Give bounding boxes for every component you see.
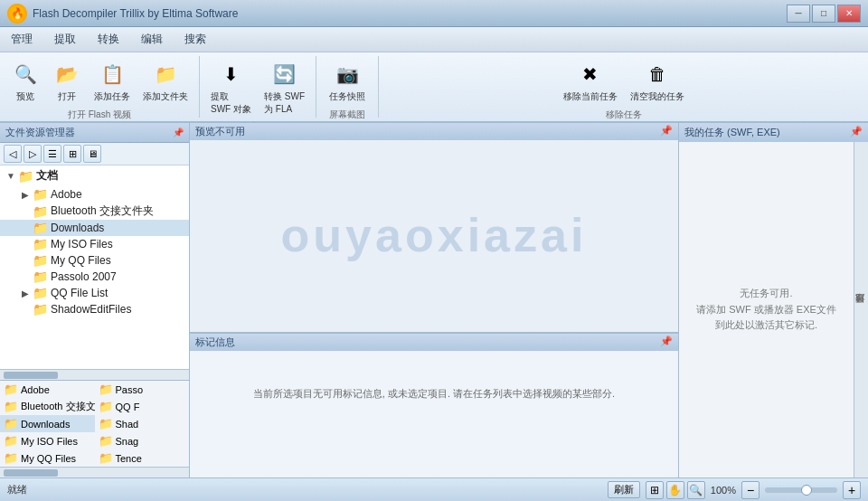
- adobe-folder-icon: 📁: [33, 187, 48, 202]
- tree-root[interactable]: ▼ 📁 文档: [0, 165, 189, 186]
- bottom-item-passo[interactable]: 📁Passo: [95, 381, 190, 398]
- tree-hscroll[interactable]: [0, 369, 189, 380]
- toolbar-screenshot-buttons: 📷 任务快照: [322, 56, 373, 107]
- bottom-grid: 📁Adobe 📁Passo 📁Bluetooth 交接文件夹 📁QQ F 📁Do…: [0, 381, 189, 467]
- add-task-button[interactable]: 📋 添加任务: [89, 56, 136, 107]
- tree-label-adobe: Adobe: [51, 188, 82, 201]
- app-icon: 🔥: [7, 4, 27, 24]
- tree-label-myiso: My ISO Files: [51, 238, 113, 250]
- tree-item-downloads[interactable]: 📁 Downloads: [0, 220, 189, 236]
- bottom-hscroll-thumb[interactable]: [4, 469, 58, 477]
- menu-search[interactable]: 搜索: [174, 28, 217, 51]
- preview-button[interactable]: 🔍 预览: [5, 56, 45, 107]
- tree-label-downloads: Downloads: [51, 222, 104, 234]
- tree-item-passolo[interactable]: 📁 Passolo 2007: [0, 269, 189, 285]
- close-button[interactable]: ✕: [837, 5, 861, 23]
- refresh-button[interactable]: 刷新: [608, 481, 640, 498]
- menu-edit[interactable]: 编辑: [130, 28, 174, 51]
- bottom-item-qqf[interactable]: 📁QQ F: [95, 398, 190, 415]
- bottom-item-downloads2[interactable]: 📁Downloads: [0, 415, 95, 432]
- window-title: Flash Decompiler Trillix by Eltima Softw…: [33, 7, 238, 20]
- grid-view-button[interactable]: ⊞: [646, 481, 664, 499]
- zoom-plus-button[interactable]: +: [843, 481, 861, 499]
- preview-header: 预览不可用 📌: [190, 123, 678, 140]
- file-panel-pin[interactable]: 📌: [173, 128, 184, 137]
- expand-qqfile[interactable]: ▶: [18, 288, 33, 298]
- toolbar-group-open-label: 打开 Flash 视频: [68, 109, 131, 123]
- pt-forward[interactable]: ▷: [24, 145, 42, 163]
- tree-item-myiso[interactable]: 📁 My ISO Files: [0, 236, 189, 252]
- docs-icon: 📁: [18, 169, 33, 184]
- tree-item-adobe[interactable]: ▶ 📁 Adobe: [0, 186, 189, 203]
- expand-adobe[interactable]: ▶: [18, 190, 33, 200]
- toolbar-group-screenshot-label: 屏幕截图: [329, 109, 365, 123]
- bi-passo-icon: 📁: [99, 383, 113, 396]
- bottom-item-snag[interactable]: 📁Snag: [95, 432, 190, 449]
- tree-item-qqfile[interactable]: ▶ 📁 QQ File List: [0, 285, 189, 301]
- toolbar-group-quick: ⬇ 提取SWF 对象 🔄 转换 SWF为 FLA 快速动作: [200, 56, 316, 118]
- zoom-tool-button[interactable]: 🔍: [687, 481, 705, 499]
- mark-header: 标记信息 📌: [190, 334, 678, 351]
- file-tree[interactable]: ▼ 📁 文档 ▶ 📁 Adobe 📁 Bluetooth 交接文件夹 📁 Dow…: [0, 165, 189, 369]
- minimize-button[interactable]: ─: [787, 5, 810, 23]
- title-bar-left: 🔥 Flash Decompiler Trillix by Eltima Sof…: [7, 4, 238, 24]
- bottom-hscroll[interactable]: [0, 467, 189, 477]
- toolbar-group-screenshot: 📷 任务快照 屏幕截图: [316, 56, 379, 118]
- menu-bar: 管理 提取 转换 编辑 搜索: [0, 27, 868, 52]
- preview-title: 预览不可用: [195, 125, 245, 138]
- tree-hscroll-thumb[interactable]: [4, 372, 58, 379]
- extract-swf-button[interactable]: ⬇ 提取SWF 对象: [205, 56, 257, 119]
- mark-pane: 标记信息 📌 当前所选项目无可用标记信息, 或未选定项目. 请在任务列表中选择视…: [190, 333, 678, 477]
- zoom-minus-button[interactable]: −: [741, 481, 760, 499]
- status-text: 就绪: [7, 483, 27, 496]
- bottom-item-myiso2[interactable]: 📁My ISO Files: [0, 432, 95, 449]
- zoom-slider[interactable]: [765, 487, 837, 493]
- menu-convert[interactable]: 转换: [87, 28, 130, 51]
- expand-root[interactable]: ▼: [4, 171, 18, 181]
- right-panel-scroll-label: 过滤顺序: [852, 305, 868, 316]
- right-panel-pin: 📌: [850, 126, 863, 139]
- bi-downloads-icon: 📁: [4, 417, 18, 430]
- menu-manage[interactable]: 管理: [0, 28, 43, 51]
- passolo-folder-icon: 📁: [33, 269, 48, 284]
- tree-label-qqfile: QQ File List: [51, 287, 108, 299]
- hand-tool-button[interactable]: ✋: [666, 481, 684, 499]
- main-area: 文件资源管理器 📌 ◁ ▷ ☰ ⊞ 🖥 ▼ 📁 文档 ▶ 📁 Adobe: [0, 123, 868, 477]
- bluetooth-folder-icon: 📁: [33, 204, 48, 219]
- pt-back[interactable]: ◁: [4, 145, 22, 163]
- right-panel-body: 无任务可用. 请添加 SWF 或播放器 EXE文件 到此处以激活其它标记. 过滤…: [679, 142, 868, 477]
- mark-title: 标记信息: [195, 336, 235, 349]
- zoom-thumb[interactable]: [801, 485, 812, 496]
- bottom-item-bluetooth2[interactable]: 📁Bluetooth 交接文件夹: [0, 398, 95, 415]
- right-panel-empty-text: 无任务可用. 请添加 SWF 或播放器 EXE文件 到此处以激活其它标记.: [696, 286, 836, 334]
- bi-tence-icon: 📁: [99, 451, 113, 465]
- clear-tasks-button[interactable]: 🗑 清空我的任务: [625, 56, 690, 107]
- right-panel: 我的任务 (SWF, EXE) 📌 无任务可用. 请添加 SWF 或播放器 EX…: [678, 123, 868, 477]
- tree-item-bluetooth[interactable]: 📁 Bluetooth 交接文件夹: [0, 203, 189, 220]
- title-bar: 🔥 Flash Decompiler Trillix by Eltima Sof…: [0, 0, 868, 27]
- open-button[interactable]: 📂 打开: [47, 56, 87, 107]
- file-panel-title: 文件资源管理器: [5, 126, 75, 139]
- remove-task-button[interactable]: ✖ 移除当前任务: [558, 56, 623, 107]
- preview-icon: 🔍: [11, 60, 40, 89]
- maximize-button[interactable]: □: [812, 5, 835, 23]
- bottom-item-myqq2[interactable]: 📁My QQ Files: [0, 449, 95, 467]
- pt-view3[interactable]: 🖥: [83, 145, 101, 163]
- status-right: 刷新 ⊞ ✋ 🔍 100% − +: [608, 481, 861, 499]
- convert-swf-button[interactable]: 🔄 转换 SWF为 FLA: [259, 56, 310, 119]
- add-task-icon: 📋: [98, 60, 127, 89]
- pt-view1[interactable]: ☰: [43, 145, 61, 163]
- menu-extract[interactable]: 提取: [43, 28, 87, 51]
- right-panel-header: 我的任务 (SWF, EXE) 📌: [679, 123, 868, 142]
- pt-view2[interactable]: ⊞: [63, 145, 81, 163]
- bottom-item-tence[interactable]: 📁Tence: [95, 449, 190, 467]
- tree-item-myqq[interactable]: 📁 My QQ Files: [0, 252, 189, 269]
- mark-empty-text: 当前所选项目无可用标记信息, 或未选定项目. 请在任务列表中选择视频的某些部分.: [253, 388, 615, 399]
- add-folder-button[interactable]: 📁 添加文件夹: [137, 56, 193, 107]
- bi-shad-icon: 📁: [99, 417, 113, 430]
- task-shortcut-button[interactable]: 📷 任务快照: [322, 56, 373, 107]
- tree-item-shadowedit[interactable]: 📁 ShadowEditFiles: [0, 301, 189, 317]
- bottom-item-adobe[interactable]: 📁Adobe: [0, 381, 95, 398]
- bottom-item-shad[interactable]: 📁Shad: [95, 415, 190, 432]
- bi-adobe-icon: 📁: [4, 383, 18, 396]
